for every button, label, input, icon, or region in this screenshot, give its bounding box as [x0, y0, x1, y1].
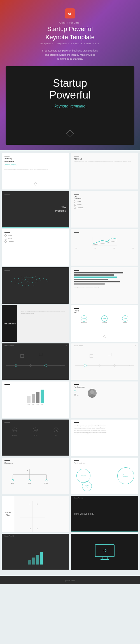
svg-point-41	[28, 285, 29, 286]
slide-thumb-19: Master Plan I II III IV	[2, 496, 69, 532]
svg-point-12	[21, 277, 22, 277]
svg-point-25	[36, 279, 37, 280]
slide-thumb-1: StartupPowerful _keynote_template_ Lorem…	[2, 153, 69, 189]
svg-point-44	[13, 280, 13, 280]
svg-text:▼: ▼	[27, 470, 28, 471]
slide-thumb-22	[71, 534, 138, 570]
s4-item3: Consensus	[77, 207, 83, 209]
main-slide-title: Startup Powerful	[14, 78, 126, 101]
svg-point-23	[31, 279, 31, 280]
svg-point-47	[43, 278, 44, 279]
svg-marker-7	[5, 238, 7, 239]
slide-thumb-17: Exposure 60% 20% 70% ▼	[2, 458, 69, 494]
slide-thumb-21: Startup Powerful	[2, 534, 69, 570]
s4-item2: Structur	[77, 204, 81, 205]
svg-point-30	[24, 282, 24, 282]
s1-text: Lorem ipsum dolor sit amet consectetur a…	[4, 168, 66, 170]
svg-point-17	[35, 277, 36, 277]
slide-thumb-18: The Investment $200,000 1,500 more ideas…	[71, 458, 138, 494]
svg-point-18	[17, 281, 17, 282]
watermark-bar: gfxtra.com	[0, 576, 140, 584]
slide-thumb-4: TheProblems Examel Structur Consensus	[71, 191, 138, 228]
svg-point-39	[22, 285, 23, 286]
s3-title: TheProblems	[55, 206, 66, 213]
svg-marker-2	[34, 182, 37, 186]
slide-thumb-5: Examel Structur Consensus	[2, 229, 69, 266]
slide-thumb-7	[2, 267, 69, 304]
svg-point-34	[35, 282, 36, 282]
svg-text:CRO: CRO	[55, 429, 59, 431]
svg-point-21	[25, 279, 26, 280]
s2-text: Lorem ipsum dolor sit amet, consectetur …	[74, 161, 136, 163]
svg-point-56	[90, 390, 94, 394]
slide-thumb-3: TheProblems	[2, 191, 69, 228]
svg-point-27	[15, 284, 16, 284]
slide-thumb-2: About us Lorem ipsum dolor sit amet, con…	[71, 153, 138, 189]
svg-point-46	[11, 281, 12, 282]
svg-text:IV: IV	[37, 528, 38, 530]
header-title: Startup Powerful Keynote Template	[6, 25, 134, 41]
svg-point-35	[38, 281, 38, 282]
svg-text:Ai: Ai	[68, 12, 71, 15]
slide-thumb-8: Lorem ipsum dolor sit amet consectetur a…	[71, 267, 138, 304]
svg-point-11	[18, 278, 19, 279]
svg-marker-54	[103, 335, 106, 338]
slide-thumb-14: The Teamname CCOJohn Jam.	[71, 381, 138, 418]
master-plan-title: Master Plan	[2, 510, 14, 518]
slide-thumb-11: Startup Powerful 01	[2, 343, 69, 380]
svg-point-14	[27, 276, 27, 277]
svg-point-42	[31, 286, 31, 286]
svg-text:20%: 20%	[27, 483, 31, 484]
svg-point-36	[41, 280, 41, 281]
slide-thumb-12: Startup Powerful 01	[71, 343, 138, 380]
svg-point-50	[48, 281, 48, 282]
main-preview-slide: Startup Powerful _keynote_template_	[6, 66, 134, 145]
header-logo: Ai	[65, 8, 75, 18]
svg-point-38	[20, 286, 20, 286]
svg-point-31	[27, 282, 27, 283]
header-desc: Free Keynote template for business prese…	[6, 49, 134, 61]
svg-text:CPO: CPO	[34, 429, 38, 431]
svg-point-49	[46, 279, 47, 280]
slides-section: StartupPowerful _keynote_template_ Lorem…	[0, 150, 140, 576]
svg-point-45	[14, 278, 15, 279]
investment-title: The Investment	[74, 462, 136, 464]
svg-point-37	[17, 287, 17, 287]
s4-title: TheProblems	[74, 196, 136, 199]
team-title: The Teamname	[74, 386, 85, 388]
slide-thumb-10: Step byStep 20% Work Process 60% Teamwor…	[71, 305, 138, 342]
svg-line-53	[23, 280, 30, 282]
slide-thumb-15: Dev Developer CPO CPO CRO CRO	[2, 420, 69, 456]
svg-marker-4	[74, 204, 76, 205]
svg-point-57	[89, 394, 95, 398]
slide-thumb-6: 2011 2012 2013 2014	[71, 229, 138, 266]
slide-thumb-16: Lorem ipsum dolor sit amet, consectetur …	[71, 420, 138, 456]
svg-text:II: II	[37, 503, 38, 505]
s1-title: StartupPowerful	[4, 157, 66, 163]
svg-point-19	[20, 280, 20, 281]
main-slide-subtitle: _keynote_template_	[14, 104, 126, 108]
watermark-text: gfxtra.com	[65, 579, 75, 582]
svg-text:70%: 70%	[44, 483, 48, 484]
s2-title: About us	[74, 158, 136, 160]
svg-point-48	[45, 280, 45, 280]
slide-thumb-20: Startup Powerful How will we do it?	[71, 496, 138, 532]
slides-grid: StartupPowerful _keynote_template_ Lorem…	[0, 150, 140, 573]
svg-text:60%: 60%	[11, 483, 14, 484]
svg-marker-82	[103, 549, 106, 552]
svg-text:I: I	[30, 503, 30, 505]
solution-title: The Solution	[2, 321, 17, 327]
header-tags: Graphics · Digital · Keynote · Business	[6, 42, 134, 45]
svg-point-8	[5, 241, 7, 243]
svg-point-55	[74, 390, 76, 392]
svg-marker-3	[74, 200, 76, 203]
s4-item1: Examel	[77, 201, 81, 202]
svg-point-43	[34, 285, 34, 286]
svg-marker-6	[4, 234, 7, 236]
header-section: Ai Clabi Presents: Startup Powerful Keyn…	[0, 0, 140, 150]
svg-text:Dev: Dev	[13, 429, 17, 432]
svg-line-52	[30, 277, 39, 278]
slide-thumb-13: 2011 2012 2013 2014	[2, 381, 69, 418]
svg-point-22	[28, 280, 29, 280]
exposure-title: Exposure	[4, 462, 66, 464]
